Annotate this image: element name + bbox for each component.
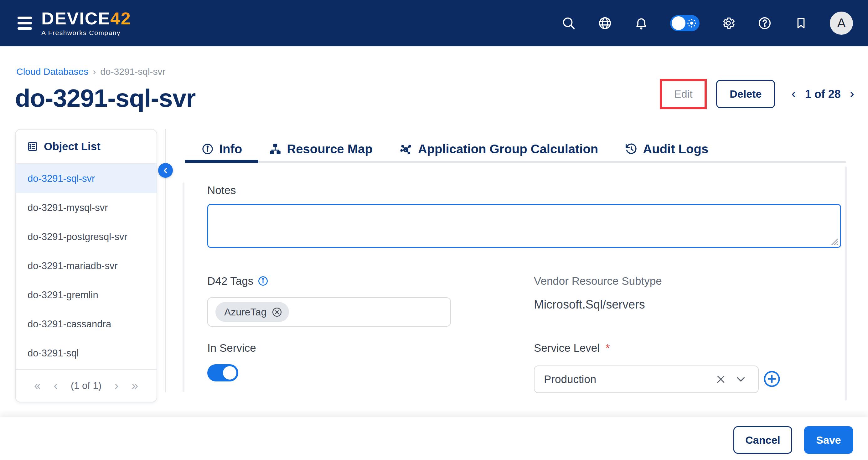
object-list-item[interactable]: do-3291-gremlin [16, 281, 157, 309]
chevron-down-icon[interactable] [735, 373, 747, 385]
avatar-initial: A [837, 16, 846, 30]
breadcrumb-separator: › [93, 66, 96, 77]
d42-tags-label-row: D42 Tags [207, 275, 269, 287]
help-icon[interactable] [757, 15, 772, 31]
notes-label: Notes [207, 184, 236, 197]
notifications-bell-icon[interactable] [634, 15, 649, 31]
form-scrollbar-left[interactable] [183, 183, 184, 392]
theme-toggle[interactable] [670, 15, 700, 31]
breadcrumb-current: do-3291-sql-svr [100, 66, 165, 77]
cancel-button[interactable]: Cancel [733, 426, 792, 454]
prev-page-icon[interactable]: ‹ [54, 379, 58, 392]
last-page-icon[interactable]: » [131, 379, 138, 392]
object-list-page-count: (1 of 1) [71, 380, 101, 391]
bookmark-icon[interactable] [794, 15, 808, 31]
tag-chip-label: AzureTag [224, 306, 267, 318]
object-list-item[interactable]: do-3291-mariadb-svr [16, 251, 157, 281]
edit-button[interactable]: Edit [674, 88, 693, 100]
sidebar-collapse-button[interactable] [158, 163, 173, 178]
chevron-left-icon [162, 166, 170, 175]
pager-count: 1 of 28 [805, 88, 841, 101]
breadcrumb: Cloud Databases › do-3291-sql-svr [16, 66, 166, 77]
delete-button[interactable]: Delete [716, 80, 775, 108]
pager-prev-icon[interactable]: ‹ [791, 86, 796, 102]
top-navbar: DEVICE42 A Freshworks Company [0, 0, 868, 47]
tab-track-line [185, 161, 846, 163]
object-list-item[interactable]: do-3291-postgresql-svr [16, 222, 157, 251]
add-service-level-button[interactable] [763, 370, 781, 388]
breadcrumb-parent-link[interactable]: Cloud Databases [16, 66, 88, 77]
vendor-resource-subtype-label: Vendor Resource Subtype [534, 275, 662, 287]
brand-tagline: A Freshworks Company [41, 29, 121, 37]
tab-info[interactable]: Info [202, 142, 242, 156]
d42-tags-label: D42 Tags [207, 275, 253, 287]
object-list-title: Object List [44, 140, 100, 153]
tab-audit-logs-label: Audit Logs [643, 142, 708, 156]
object-list-item[interactable]: do-3291-mysql-svr [16, 193, 157, 222]
list-icon [27, 141, 38, 152]
object-list-item[interactable]: do-3291-sql [16, 338, 157, 368]
service-level-select[interactable]: Production [534, 365, 759, 393]
cluster-icon [400, 142, 413, 156]
object-list-items: do-3291-sql-svr do-3291-mysql-svr do-329… [16, 164, 157, 369]
detail-tabs: Info Resource Map Application Group Calc… [202, 136, 708, 161]
required-asterisk: * [606, 342, 610, 354]
in-service-toggle-knob [223, 366, 237, 380]
next-page-icon[interactable]: › [115, 379, 118, 392]
object-list-pagination: « ‹ (1 of 1) › » [16, 369, 157, 402]
pager-next-icon[interactable]: › [849, 86, 854, 102]
edit-button-highlight: Edit [660, 79, 707, 109]
device42-app: DEVICE42 A Freshworks Company [0, 0, 868, 460]
object-list-item[interactable]: do-3291-cassandra [16, 309, 157, 338]
sitemap-icon [269, 143, 281, 155]
history-clock-icon [625, 143, 638, 155]
service-level-label-row: Service Level * [534, 342, 610, 354]
first-page-icon[interactable]: « [34, 379, 41, 392]
vendor-resource-subtype-value: Microsoft.Sql/servers [534, 298, 645, 311]
menu-icon[interactable] [18, 17, 32, 30]
globe-icon[interactable] [597, 15, 613, 31]
clear-selection-icon[interactable] [715, 374, 726, 385]
search-icon[interactable] [561, 15, 576, 31]
tab-resource-map-label: Resource Map [287, 142, 372, 156]
notes-textarea[interactable] [207, 204, 841, 248]
record-pager: ‹ 1 of 28 › [791, 86, 854, 102]
page-title: do-3291-sql-svr [15, 84, 195, 113]
page-actions: Edit Delete ‹ 1 of 28 › [660, 79, 854, 109]
brand-text: DEVICE [41, 8, 111, 28]
user-avatar[interactable]: A [830, 11, 853, 35]
tab-application-group-calculation-label: Application Group Calculation [418, 142, 598, 156]
in-service-toggle[interactable] [207, 364, 238, 382]
tab-application-group-calculation[interactable]: Application Group Calculation [400, 142, 598, 156]
object-list-item[interactable]: do-3291-sql-svr [16, 164, 157, 193]
action-footer: Cancel Save [0, 417, 868, 460]
info-tooltip-icon[interactable] [257, 275, 269, 287]
object-list-header: Object List [16, 130, 157, 164]
brand-accent-text: 42 [111, 8, 131, 28]
tag-chip: AzureTag [215, 302, 289, 322]
info-icon [202, 143, 214, 155]
in-service-label: In Service [207, 342, 256, 354]
device42-logo[interactable]: DEVICE42 A Freshworks Company [41, 10, 131, 37]
tab-audit-logs[interactable]: Audit Logs [625, 142, 708, 156]
theme-toggle-knob [672, 16, 685, 30]
save-button[interactable]: Save [804, 426, 853, 454]
tab-resource-map[interactable]: Resource Map [269, 142, 372, 156]
d42-tags-input[interactable]: AzureTag [207, 297, 451, 327]
service-level-value: Production [544, 373, 715, 386]
settings-gear-icon[interactable] [721, 15, 736, 31]
tab-info-label: Info [219, 142, 242, 156]
sun-icon [687, 19, 696, 28]
object-list-panel: Object List do-3291-sql-svr do-3291-mysq… [15, 129, 157, 402]
form-scrollbar-right[interactable] [845, 166, 847, 400]
tab-active-underline [185, 160, 258, 163]
service-level-label: Service Level [534, 342, 600, 354]
remove-tag-icon[interactable] [271, 306, 283, 318]
